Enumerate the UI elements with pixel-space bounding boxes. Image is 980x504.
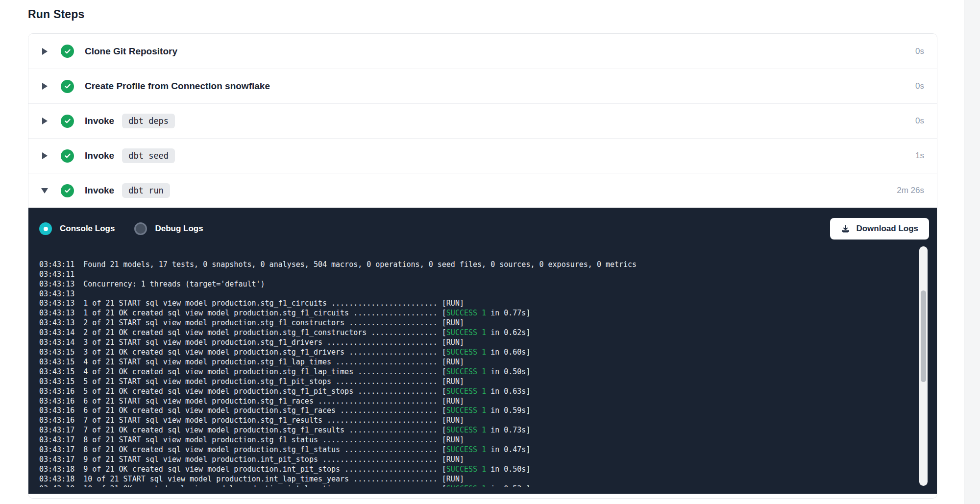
success-check-icon (61, 45, 74, 58)
step-duration: 1s (915, 151, 924, 161)
log-panel: Console Logs Debug Logs (28, 208, 937, 494)
log-status-text: in 0.50s] (486, 367, 530, 376)
expand-caret-icon[interactable] (41, 83, 48, 90)
log-status-text: in 0.73s] (486, 426, 530, 434)
step-row-create-profile-snowflake[interactable]: Create Profile from Connection snowflake… (28, 69, 937, 103)
log-status-text: [RUN] (442, 338, 464, 347)
radio-unselected-icon[interactable] (134, 222, 147, 235)
step-duration: 0s (915, 47, 924, 56)
log-status-text: in 0.62s] (486, 328, 530, 337)
caret-right-icon (42, 152, 48, 159)
log-status-text: [ (442, 445, 446, 454)
expand-caret-icon[interactable] (41, 118, 48, 124)
step-row-clone-git-repository[interactable]: Clone Git Repository0s (28, 34, 937, 69)
log-line: 03:43:17 9 of 21 START sql view model pr… (39, 455, 914, 465)
log-status-text: [ (442, 426, 446, 434)
page-title: Run Steps (28, 8, 980, 21)
log-line: 03:43:15 5 of 21 START sql view model pr… (39, 377, 914, 387)
success-check-icon (61, 184, 74, 197)
log-scrollbar-thumb[interactable] (921, 290, 926, 382)
log-status-text: in 0.77s] (486, 309, 530, 317)
log-view-radio-group: Console Logs Debug Logs (39, 222, 203, 235)
log-status-text: [RUN] (442, 475, 464, 483)
log-success-tag: SUCCESS 1 (446, 309, 486, 317)
log-status-text: [RUN] (442, 416, 464, 425)
log-status-text: [ (442, 484, 446, 487)
radio-selected-icon[interactable] (39, 222, 52, 235)
download-icon (841, 224, 850, 234)
download-logs-button[interactable]: Download Logs (830, 218, 929, 240)
log-panel-controls: Console Logs Debug Logs (28, 208, 937, 240)
log-line: 03:43:13 (39, 289, 914, 299)
expand-caret-icon[interactable] (41, 152, 48, 159)
log-line: 03:43:14 2 of 21 OK created sql view mod… (39, 328, 914, 338)
radio-debug-logs[interactable]: Debug Logs (134, 222, 203, 235)
run-steps-page: Run Steps Clone Git Repository0sCreate P… (0, 0, 980, 499)
log-status-text: [ (442, 406, 446, 415)
page-right-gutter (964, 0, 980, 504)
log-scrollbar-track[interactable] (919, 246, 928, 486)
radio-console-logs-label: Console Logs (60, 224, 115, 234)
log-line: 03:43:13 2 of 21 START sql view model pr… (39, 318, 914, 328)
log-success-tag: SUCCESS 1 (446, 426, 486, 434)
card-bottom-strip (28, 494, 937, 498)
log-line: 03:43:17 7 of 21 OK created sql view mod… (39, 426, 914, 435)
log-line: 03:43:16 6 of 21 OK created sql view mod… (39, 406, 914, 416)
log-line: 03:43:17 8 of 21 OK created sql view mod… (39, 445, 914, 455)
expand-caret-icon[interactable] (41, 48, 48, 55)
log-line: 03:43:16 5 of 21 OK created sql view mod… (39, 387, 914, 397)
log-success-tag: SUCCESS 1 (446, 465, 486, 474)
log-line: 03:43:17 8 of 21 START sql view model pr… (39, 435, 914, 445)
log-status-text: in 0.50s] (486, 465, 530, 474)
log-scroll-content: 03:43:11 Found 21 models, 17 tests, 0 sn… (39, 260, 914, 487)
step-row-invoke-dbt-seed[interactable]: Invokedbt seed1s (28, 138, 937, 173)
log-status-text: in 0.59s] (486, 406, 530, 415)
step-label: Clone Git Repository (85, 46, 177, 57)
log-line: 03:43:16 7 of 21 START sql view model pr… (39, 416, 914, 426)
log-status-text: [RUN] (442, 318, 464, 327)
console-log-output: 03:43:11 Found 21 models, 17 tests, 0 sn… (39, 245, 914, 487)
step-label: Invoke (85, 185, 114, 196)
log-line: 03:43:13 1 of 21 START sql view model pr… (39, 299, 914, 309)
step-label: Create Profile from Connection snowflake (85, 81, 270, 92)
log-line: 03:43:18 10 of 21 START sql view model p… (39, 475, 914, 484)
success-check-icon (61, 80, 74, 93)
success-check-icon (61, 115, 74, 128)
caret-right-icon (42, 48, 48, 55)
steps-list: Clone Git Repository0sCreate Profile fro… (28, 34, 937, 208)
log-success-tag: SUCCESS 1 (446, 387, 486, 396)
collapse-caret-icon[interactable] (41, 188, 48, 193)
step-label: Invoke (85, 150, 114, 161)
step-row-invoke-dbt-deps[interactable]: Invokedbt deps0s (28, 103, 937, 138)
caret-right-icon (42, 118, 48, 124)
log-status-text: in 0.47s] (486, 445, 530, 454)
success-check-icon (61, 149, 74, 163)
log-line: 03:43:11 Found 21 models, 17 tests, 0 sn… (39, 260, 914, 270)
log-status-text: [RUN] (442, 299, 464, 308)
log-status-text: [RUN] (442, 358, 464, 366)
step-duration: 0s (915, 81, 924, 91)
step-row-invoke-dbt-run[interactable]: Invokedbt run2m 26s (28, 173, 937, 208)
log-status-text: in 0.63s] (486, 387, 530, 396)
log-line: 03:43:11 (39, 270, 914, 280)
log-success-tag: SUCCESS 1 (446, 348, 486, 357)
step-duration: 2m 26s (897, 186, 924, 195)
log-success-tag: SUCCESS 1 (446, 406, 486, 415)
radio-console-logs[interactable]: Console Logs (39, 222, 115, 235)
log-success-tag: SUCCESS 1 (446, 445, 486, 454)
log-status-text: [ (442, 328, 446, 337)
step-duration: 0s (915, 116, 924, 126)
log-success-tag: SUCCESS 1 (446, 484, 486, 487)
log-status-text: [ (442, 465, 446, 474)
log-success-tag: SUCCESS 1 (446, 328, 486, 337)
log-status-text: in 0.53s] (486, 484, 530, 487)
caret-down-icon (41, 188, 48, 193)
run-steps-card: Clone Git Repository0sCreate Profile fro… (28, 33, 937, 499)
step-label: Invoke (85, 116, 114, 126)
caret-right-icon (42, 83, 48, 90)
log-status-text: [ (442, 387, 446, 396)
log-line: 03:43:19 10 of 21 OK created sql view mo… (39, 484, 914, 487)
log-status-text: [RUN] (442, 435, 464, 444)
log-status-text: [ (442, 309, 446, 317)
log-line: 03:43:13 Concurrency: 1 threads (target=… (39, 280, 914, 289)
